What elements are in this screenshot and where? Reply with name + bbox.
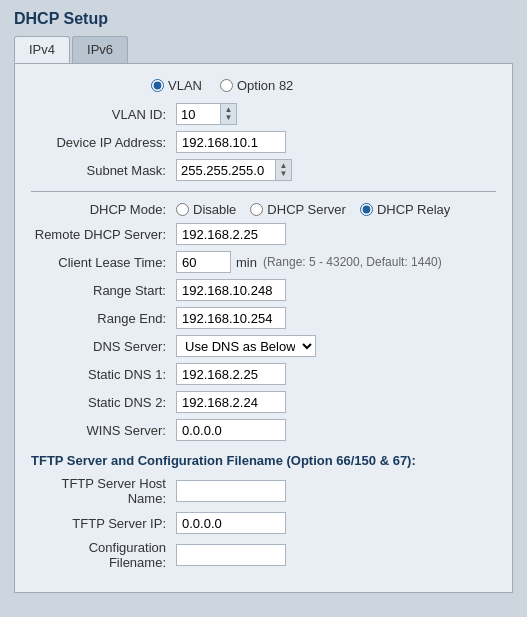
remote-dhcp-input[interactable]: [176, 223, 286, 245]
device-ip-row: Device IP Address:: [31, 131, 496, 153]
static-dns1-input[interactable]: [176, 363, 286, 385]
subnet-mask-spinner-btn[interactable]: ▲ ▼: [276, 159, 292, 181]
subnet-mask-row: Subnet Mask: ▲ ▼: [31, 159, 496, 181]
static-dns1-label: Static DNS 1:: [31, 367, 176, 382]
subnet-down-icon: ▼: [276, 170, 291, 178]
range-end-row: Range End:: [31, 307, 496, 329]
tftp-section-title: TFTP Server and Configuration Filename (…: [31, 453, 496, 468]
remote-dhcp-label: Remote DHCP Server:: [31, 227, 176, 242]
divider-1: [31, 191, 496, 192]
tftp-ip-label: TFTP Server IP:: [31, 516, 176, 531]
page-container: DHCP Setup IPv4 IPv6 VLAN Option 82 VLAN…: [0, 0, 527, 617]
range-end-label: Range End:: [31, 311, 176, 326]
tftp-hostname-input[interactable]: [176, 480, 286, 502]
page-title: DHCP Setup: [14, 10, 513, 28]
wins-input[interactable]: [176, 419, 286, 441]
spinner-down-icon: ▼: [221, 114, 236, 122]
tab-ipv6[interactable]: IPv6: [72, 36, 128, 63]
dhcp-server-radio[interactable]: [250, 203, 263, 216]
config-filename-row: Configuration Filename:: [31, 540, 496, 570]
tftp-hostname-row: TFTP Server Host Name:: [31, 476, 496, 506]
dhcp-relay-radio[interactable]: [360, 203, 373, 216]
top-radio-row: VLAN Option 82: [31, 78, 496, 93]
dhcp-relay-mode-option[interactable]: DHCP Relay: [360, 202, 450, 217]
range-start-label: Range Start:: [31, 283, 176, 298]
content-area: VLAN Option 82 VLAN ID: 10 ▲ ▼ Device IP…: [14, 63, 513, 593]
device-ip-input[interactable]: [176, 131, 286, 153]
disable-mode-option[interactable]: Disable: [176, 202, 236, 217]
option82-radio[interactable]: [220, 79, 233, 92]
static-dns2-input[interactable]: [176, 391, 286, 413]
lease-time-label: Client Lease Time:: [31, 255, 176, 270]
tftp-ip-row: TFTP Server IP:: [31, 512, 496, 534]
wins-label: WINS Server:: [31, 423, 176, 438]
option82-radio-option[interactable]: Option 82: [220, 78, 293, 93]
vlan-id-label: VLAN ID:: [31, 107, 176, 122]
tftp-ip-input[interactable]: [176, 512, 286, 534]
dns-server-select[interactable]: Use DNS as Below: [176, 335, 316, 357]
tab-bar: IPv4 IPv6: [14, 36, 513, 63]
tab-ipv4[interactable]: IPv4: [14, 36, 70, 63]
static-dns2-row: Static DNS 2:: [31, 391, 496, 413]
config-filename-label: Configuration Filename:: [31, 540, 176, 570]
vlan-id-row: VLAN ID: 10 ▲ ▼: [31, 103, 496, 125]
subnet-mask-container: ▲ ▼: [176, 159, 292, 181]
lease-time-unit: min: [236, 255, 257, 270]
wins-row: WINS Server:: [31, 419, 496, 441]
dns-server-label: DNS Server:: [31, 339, 176, 354]
vlan-id-input[interactable]: 10: [176, 103, 221, 125]
vlan-id-spinner: 10 ▲ ▼: [176, 103, 237, 125]
lease-time-range: (Range: 5 - 43200, Default: 1440): [263, 255, 442, 269]
range-start-input[interactable]: [176, 279, 286, 301]
subnet-mask-label: Subnet Mask:: [31, 163, 176, 178]
config-filename-input[interactable]: [176, 544, 286, 566]
vlan-radio-option[interactable]: VLAN: [151, 78, 202, 93]
dhcp-mode-options: Disable DHCP Server DHCP Relay: [176, 202, 450, 217]
range-end-input[interactable]: [176, 307, 286, 329]
static-dns1-row: Static DNS 1:: [31, 363, 496, 385]
device-ip-label: Device IP Address:: [31, 135, 176, 150]
range-start-row: Range Start:: [31, 279, 496, 301]
dhcp-mode-row: DHCP Mode: Disable DHCP Server DHCP Rela…: [31, 202, 496, 217]
tftp-hostname-label: TFTP Server Host Name:: [31, 476, 176, 506]
lease-time-input[interactable]: [176, 251, 231, 273]
lease-time-row: Client Lease Time: min (Range: 5 - 43200…: [31, 251, 496, 273]
vlan-radio[interactable]: [151, 79, 164, 92]
dhcp-mode-label: DHCP Mode:: [31, 202, 176, 217]
remote-dhcp-row: Remote DHCP Server:: [31, 223, 496, 245]
dns-server-row: DNS Server: Use DNS as Below: [31, 335, 496, 357]
subnet-mask-input[interactable]: [176, 159, 276, 181]
dhcp-server-mode-option[interactable]: DHCP Server: [250, 202, 346, 217]
static-dns2-label: Static DNS 2:: [31, 395, 176, 410]
vlan-id-spinner-btn[interactable]: ▲ ▼: [221, 103, 237, 125]
disable-mode-radio[interactable]: [176, 203, 189, 216]
